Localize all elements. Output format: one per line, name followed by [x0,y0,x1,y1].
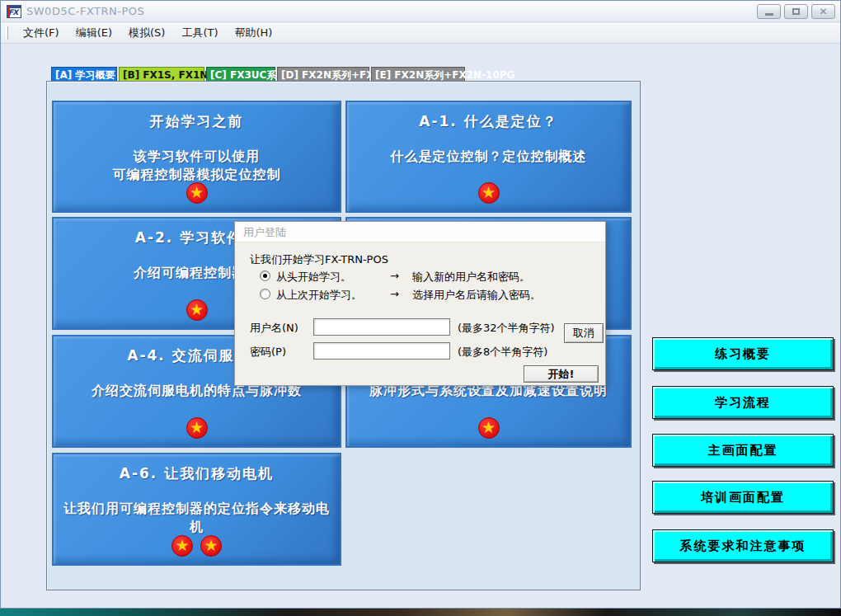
tab-c-fx3uc[interactable]: [C] FX3UC系列 [206,67,275,82]
restore-button[interactable] [784,4,808,19]
star-icon [478,417,500,439]
arrow-icon: → [390,270,399,282]
tile-title: A-6. 让我们移动电机 [54,464,340,483]
tile-before-learning[interactable]: 开始学习之前 该学习软件可以使用 可编程控制器模拟定位控制 [52,101,341,213]
menu-tools[interactable]: 工具(T) [173,23,226,43]
cancel-button[interactable]: 取消 [564,323,604,343]
radio-start-from-beginning[interactable] [260,270,270,281]
star-icon [171,535,193,557]
side-button-training-screen-layout[interactable]: 培训画面配置 [652,481,834,514]
dialog-intro: 让我们开始学习FX-TRN-POS [250,252,388,267]
tile-body: 该学习软件可以使用 可编程控制器模拟定位控制 [59,148,335,183]
tile-title: A-1. 什么是定位？ [347,112,630,131]
side-button-learning-flow[interactable]: 学习流程 [652,386,834,419]
start-button[interactable]: 开始! [524,365,599,383]
radio-continue-from-last[interactable] [260,289,270,299]
star-icon [186,417,208,439]
desktop-wallpaper-strip [0,609,841,616]
minimize-icon [765,13,773,16]
menu-edit[interactable]: 编辑(E) [68,23,120,43]
star-icon [186,182,208,204]
side-button-system-requirements[interactable]: 系统要求和注意事项 [652,529,834,562]
radio-description: 选择用户名后请输入密码。 [412,288,541,303]
tab-a-overview[interactable]: [A] 学习概要 [51,67,117,82]
password-input[interactable] [313,342,450,360]
dialog-title: 用户登陆 [235,222,605,242]
menu-bar: 文件(F) 编辑(E) 模拟(S) 工具(T) 帮助(H) [1,23,840,44]
tab-d-fx2n-1pg[interactable]: [D] FX2N系列+FX2N-1PG [277,67,369,82]
username-input[interactable] [313,318,450,336]
screen: SW0D5C-FXTRN-POS ✕ 文件(F) 编辑(E) 模拟(S) 工具(… [0,0,841,616]
radio-label-start-from-beginning: 从头开始学习。 [276,270,351,284]
tile-body: 什么是定位控制？定位控制概述 [352,148,625,166]
user-login-dialog: 用户登陆 让我们开始学习FX-TRN-POS 从头开始学习。 → 输入新的用户名… [234,221,606,386]
menu-grip [6,26,8,40]
password-label: 密码(P) [250,345,286,360]
tile-body: 让我们用可编程控制器的定位指令来移动电机 [59,500,335,535]
side-button-exercise-overview[interactable]: 练习概要 [652,337,834,370]
tile-a1-what-is-positioning[interactable]: A-1. 什么是定位？ 什么是定位控制？定位控制概述 [345,101,632,213]
close-button[interactable]: ✕ [811,4,835,19]
username-label: 用户名(N) [250,321,298,336]
tile-a6-move-motor[interactable]: A-6. 让我们移动电机 让我们用可编程控制器的定位指令来移动电机 [52,453,341,566]
tab-b-fx1s-fx1n[interactable]: [B] FX1S, FX1N系列 [119,67,204,82]
tile-title: 开始学习之前 [54,112,340,131]
app-window: SW0D5C-FXTRN-POS ✕ 文件(F) 编辑(E) 模拟(S) 工具(… [0,0,841,609]
menu-simulate[interactable]: 模拟(S) [120,23,173,43]
minimize-button[interactable] [757,4,781,19]
star-icon [200,535,222,557]
radio-label-continue-from-last: 从上次开始学习。 [276,288,362,303]
menu-file[interactable]: 文件(F) [15,23,68,43]
radio-description: 输入新的用户名和密码。 [412,270,530,284]
star-icon [478,182,500,204]
title-bar: SW0D5C-FXTRN-POS ✕ [1,1,840,22]
star-icon [186,299,208,321]
restore-icon [792,8,800,15]
menu-help[interactable]: 帮助(H) [226,23,280,43]
side-button-main-screen-layout[interactable]: 主画面配置 [652,434,834,467]
password-note: (最多8个半角字符) [458,345,547,360]
fx-app-icon [7,5,21,18]
window-title: SW0D5C-FXTRN-POS [26,5,144,17]
username-note: (最多32个半角字符) [458,321,555,336]
arrow-icon: → [390,288,399,300]
close-icon: ✕ [819,7,827,16]
tab-e-fx2n-10pg[interactable]: [E] FX2N系列+FX2N-10PG [371,67,465,82]
